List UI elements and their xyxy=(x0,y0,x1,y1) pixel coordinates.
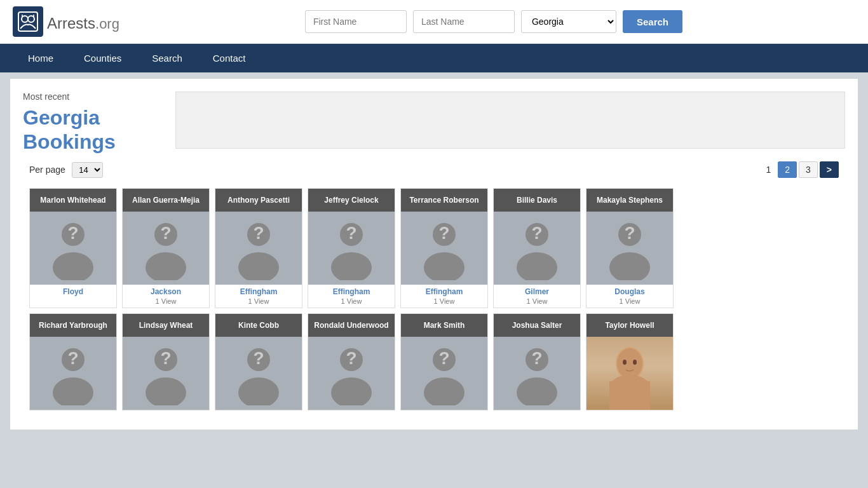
nav-home[interactable]: Home xyxy=(13,44,69,72)
mugshot-image: ? xyxy=(30,212,116,285)
svg-text:?: ? xyxy=(160,348,171,368)
silhouette-icon: ? xyxy=(44,342,102,405)
mugshot-name: Makayla Stephens xyxy=(587,189,673,212)
header-search-button[interactable]: Search xyxy=(623,10,682,33)
mugshot-grid-row2: Richard Yarbrough ? Lindsay Wheat ? xyxy=(23,313,845,410)
mugshot-rondald-underwood[interactable]: Rondald Underwood ? xyxy=(308,313,395,410)
content-area: Most recent Georgia Bookings Per page 7 … xyxy=(10,79,858,430)
per-page-select[interactable]: 7 14 21 28 xyxy=(72,162,103,178)
mugshot-billie-davis[interactable]: Billie Davis ? Gilmer 1 View xyxy=(493,188,581,308)
photo-placeholder xyxy=(598,337,661,410)
svg-point-45 xyxy=(617,348,642,379)
silhouette-icon: ? xyxy=(230,342,287,405)
mugshot-image: ? xyxy=(401,212,487,285)
silhouette-icon: ? xyxy=(508,217,566,280)
svg-text:?: ? xyxy=(67,348,78,368)
mugshot-views: 1 View xyxy=(215,297,302,308)
logo-link[interactable]: Arrests.org xyxy=(13,6,119,37)
silhouette-icon: ? xyxy=(601,217,658,280)
first-name-input[interactable] xyxy=(305,10,407,33)
mugshot-anthony-pascetti[interactable]: Anthony Pascetti ? Effingham 1 View xyxy=(215,188,302,308)
svg-point-42 xyxy=(517,377,557,405)
most-recent-label: Most recent xyxy=(23,92,163,102)
mugshot-name: Lindsay Wheat xyxy=(123,314,209,337)
svg-point-30 xyxy=(146,377,186,405)
svg-rect-49 xyxy=(609,381,650,410)
mugshot-name: Anthony Pascetti xyxy=(215,189,302,212)
mugshot-grid-row1: Marlon Whitehead ? Floyd Allan Guerra-Me… xyxy=(23,188,845,308)
silhouette-icon: ? xyxy=(416,342,473,405)
svg-text:?: ? xyxy=(624,223,635,243)
mugshot-image: ? xyxy=(30,337,116,410)
last-name-input[interactable] xyxy=(413,10,515,33)
mugshot-image: ? xyxy=(215,212,302,285)
mugshot-richard-yarbrough[interactable]: Richard Yarbrough ? xyxy=(29,313,117,410)
svg-text:?: ? xyxy=(346,223,356,243)
mugshot-mark-smith[interactable]: Mark Smith ? xyxy=(400,313,488,410)
silhouette-icon: ? xyxy=(230,217,287,280)
svg-point-12 xyxy=(238,252,279,280)
page-1-label: 1 xyxy=(761,162,776,177)
mugshot-marlon-whitehead[interactable]: Marlon Whitehead ? Floyd xyxy=(29,188,117,308)
mugshot-views: 1 View xyxy=(401,297,487,308)
site-header: Arrests.org Georgia Alabama Florida Tenn… xyxy=(0,0,868,44)
nav-counties[interactable]: Counties xyxy=(69,44,137,72)
controls-bar: Per page 7 14 21 28 1 2 3 > xyxy=(23,161,845,178)
mugshot-county: Effingham xyxy=(308,285,395,297)
logo-arrests: Arrests xyxy=(47,15,95,32)
page-2-link[interactable]: 2 xyxy=(778,161,797,178)
mugshot-name: Richard Yarbrough xyxy=(30,314,116,337)
per-page-control: Per page 7 14 21 28 xyxy=(29,162,103,178)
mugshot-image: ? xyxy=(494,212,580,285)
mugshot-lindsay-wheat[interactable]: Lindsay Wheat ? xyxy=(122,313,210,410)
mugshot-views: 1 View xyxy=(587,297,673,308)
mugshot-image: ? xyxy=(494,337,580,410)
page-3-link[interactable]: 3 xyxy=(799,161,818,178)
mugshot-name: Allan Guerra-Mejia xyxy=(123,189,209,212)
mugshot-name: Terrance Roberson xyxy=(401,189,487,212)
silhouette-icon: ? xyxy=(137,217,194,280)
mugshot-image xyxy=(587,337,673,410)
silhouette-icon: ? xyxy=(137,342,194,405)
svg-point-46 xyxy=(623,360,627,365)
nav-contact[interactable]: Contact xyxy=(198,44,261,72)
mugshot-jeffrey-cielock[interactable]: Jeffrey Cielock ? Effingham 1 View xyxy=(308,188,395,308)
pagination: 1 2 3 > xyxy=(761,161,839,178)
mugshot-makayla-stephens[interactable]: Makayla Stephens ? Douglas 1 View xyxy=(586,188,674,308)
mugshot-name: Jeffrey Cielock xyxy=(308,189,395,212)
logo-icon xyxy=(13,6,43,37)
mugshot-joshua-salter[interactable]: Joshua Salter ? xyxy=(493,313,581,410)
silhouette-icon: ? xyxy=(323,342,380,405)
mugshot-image: ? xyxy=(215,337,302,410)
svg-point-39 xyxy=(424,377,465,405)
svg-point-27 xyxy=(53,377,93,405)
mugshot-terrance-roberson[interactable]: Terrance Roberson ? Effingham 1 View xyxy=(400,188,488,308)
logo-text: Arrests.org xyxy=(47,10,119,34)
mugshot-name: Taylor Howell xyxy=(587,314,673,337)
next-page-link[interactable]: > xyxy=(820,161,839,178)
mugshot-image: ? xyxy=(123,212,209,285)
mugshot-kinte-cobb[interactable]: Kinte Cobb ? xyxy=(215,313,302,410)
silhouette-icon: ? xyxy=(44,217,102,280)
svg-text:?: ? xyxy=(438,223,449,243)
svg-point-9 xyxy=(146,252,186,280)
svg-text:?: ? xyxy=(438,348,449,368)
mugshot-county: Jackson xyxy=(123,285,209,297)
mugshot-county: Effingham xyxy=(401,285,487,297)
logo-suffix: .org xyxy=(95,16,119,32)
silhouette-icon: ? xyxy=(416,217,473,280)
mugshot-taylor-howell[interactable]: Taylor Howell xyxy=(586,313,674,410)
mugshot-allan-guerra[interactable]: Allan Guerra-Mejia ? Jackson 1 View xyxy=(122,188,210,308)
state-select[interactable]: Georgia Alabama Florida Tennessee xyxy=(521,10,616,33)
mugshot-county: Floyd xyxy=(30,285,116,297)
mugshot-county: Effingham xyxy=(215,285,302,297)
svg-point-47 xyxy=(633,360,637,365)
silhouette-icon: ? xyxy=(323,217,380,280)
mugshot-county: Gilmer xyxy=(494,285,580,297)
mugshot-views: 1 View xyxy=(494,297,580,308)
mugshot-name: Marlon Whitehead xyxy=(30,189,116,212)
mugshot-image: ? xyxy=(308,337,395,410)
nav-search[interactable]: Search xyxy=(137,44,198,72)
mugshot-views: 1 View xyxy=(123,297,209,308)
svg-point-15 xyxy=(331,252,372,280)
